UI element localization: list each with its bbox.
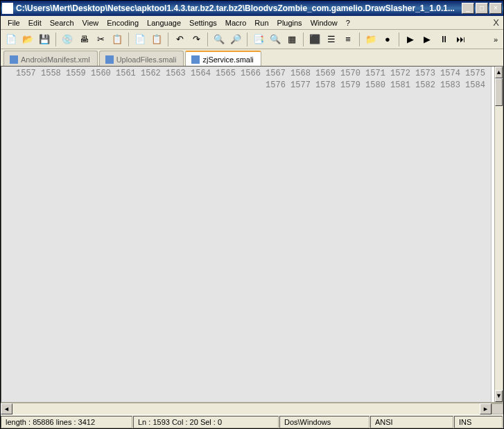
toolbar-button-19[interactable]: 📁 (363, 32, 379, 47)
status-bar: length : 85886 lines : 3412 Ln : 1593 Co… (1, 414, 503, 428)
toolbar-overflow-icon[interactable]: » (491, 35, 501, 44)
toolbar-separator (303, 33, 304, 46)
title-bar: C:\Users\Mert\Desktop\Netsec\apktool1.4.… (1, 1, 503, 16)
toolbar-button-24[interactable]: ⏭ (453, 32, 468, 47)
line-number-gutter: 1557 1558 1559 1560 1561 1562 1563 1564 … (1, 67, 492, 402)
toolbar-button-6[interactable]: 📋 (110, 32, 125, 47)
tab-label: AndroidManifest.xml (21, 55, 90, 64)
toolbar-button-18[interactable]: ≡ (340, 32, 356, 47)
toolbar-button-12[interactable]: 🔎 (228, 32, 243, 47)
toolbar-button-9[interactable]: ↶ (172, 32, 187, 47)
menu-edit[interactable]: Edit (24, 17, 46, 28)
menu-view[interactable]: View (78, 17, 103, 28)
hscroll-track[interactable] (12, 403, 480, 414)
menu-language[interactable]: Language (143, 17, 185, 28)
toolbar-button-1[interactable]: 📂 (20, 32, 35, 47)
status-eol: Dos\Windows (279, 416, 370, 428)
menu-macro[interactable]: Macro (221, 17, 251, 28)
toolbar-separator (359, 33, 360, 46)
toolbar-button-15[interactable]: ▦ (284, 32, 299, 47)
tab-uploadfiles-smali[interactable]: UploadFiles.smali (99, 51, 184, 66)
vertical-scrollbar[interactable]: ▲ ▼ (494, 67, 503, 402)
toolbar-button-22[interactable]: ▶ (419, 32, 435, 47)
toolbar-button-7[interactable]: 📄 (132, 32, 148, 47)
toolbar-button-16[interactable]: ⬛ (307, 32, 322, 47)
toolbar-button-14[interactable]: 🔍 (268, 32, 283, 47)
menu-settings[interactable]: Settings (185, 17, 221, 28)
toolbar: 📄📂💾💿🖶✂📋📄📋↶↷🔍🔎📑🔍▦⬛☰≡📁●▶▶⏸⏭» (1, 30, 503, 49)
status-length: length : 85886 lines : 3412 (1, 416, 132, 428)
editor-area: 1557 1558 1559 1560 1561 1562 1563 1564 … (1, 66, 503, 403)
toolbar-separator (399, 33, 399, 46)
horizontal-scroll-row: ◄ ► (1, 403, 503, 414)
status-position: Ln : 1593 Col : 20 Sel : 0 (133, 416, 279, 428)
toolbar-separator (247, 33, 247, 46)
toolbar-button-13[interactable]: 📑 (251, 32, 266, 47)
tab-bar: AndroidManifest.xmlUploadFiles.smalizjSe… (1, 49, 503, 66)
menu-plugins[interactable]: Plugins (273, 17, 306, 28)
toolbar-button-23[interactable]: ⏸ (436, 32, 451, 47)
toolbar-button-3[interactable]: 💿 (60, 32, 75, 47)
menu-bar: File Edit Search View Encoding Language … (1, 16, 503, 30)
minimize-button[interactable]: _ (462, 3, 474, 14)
tab-label: UploadFiles.smali (116, 55, 177, 64)
menu-search[interactable]: Search (46, 17, 78, 28)
menu-window[interactable]: Window (306, 17, 342, 28)
app-icon (2, 3, 13, 14)
toolbar-separator (168, 33, 168, 46)
status-mode: INS (454, 416, 503, 428)
toolbar-button-17[interactable]: ☰ (324, 32, 339, 47)
menu-encoding[interactable]: Encoding (103, 17, 143, 28)
menu-run[interactable]: Run (250, 17, 272, 28)
file-icon (191, 55, 200, 64)
tab-close-x[interactable]: X (493, 17, 499, 28)
toolbar-button-5[interactable]: ✂ (93, 32, 108, 47)
close-button[interactable]: × (489, 3, 502, 14)
toolbar-button-20[interactable]: ● (380, 32, 395, 47)
toolbar-button-21[interactable]: ▶ (403, 32, 418, 47)
file-icon (10, 55, 18, 64)
scroll-left-arrow[interactable]: ◄ (1, 403, 12, 414)
toolbar-button-11[interactable]: 🔍 (211, 32, 227, 47)
scroll-corner (492, 403, 503, 414)
tab-label: zjService.smali (202, 55, 253, 64)
toolbar-button-2[interactable]: 💾 (37, 32, 52, 47)
horizontal-scrollbar[interactable]: ◄ ► (1, 403, 492, 414)
menu-file[interactable]: File (3, 17, 24, 28)
tab-androidmanifest-xml[interactable]: AndroidManifest.xml (3, 51, 98, 66)
status-encoding: ANSI (370, 416, 453, 428)
toolbar-separator (55, 33, 56, 46)
scroll-up-arrow[interactable]: ▲ (495, 67, 503, 78)
toolbar-button-10[interactable]: ↷ (189, 32, 204, 47)
file-icon (105, 55, 114, 64)
toolbar-separator (128, 33, 129, 46)
scroll-right-arrow[interactable]: ► (480, 403, 492, 414)
toolbar-separator (207, 33, 208, 46)
toolbar-button-8[interactable]: 📋 (149, 32, 164, 47)
maximize-button[interactable]: □ (476, 3, 488, 14)
toolbar-button-4[interactable]: 🖶 (76, 32, 92, 47)
scroll-thumb[interactable] (495, 78, 503, 106)
scroll-down-arrow[interactable]: ▼ (495, 390, 503, 402)
toolbar-button-0[interactable]: 📄 (3, 32, 19, 47)
window-title: C:\Users\Mert\Desktop\Netsec\apktool1.4.… (16, 3, 462, 13)
menu-help[interactable]: ? (342, 17, 354, 28)
tab-zjservice-smali[interactable]: zjService.smali (185, 51, 261, 66)
